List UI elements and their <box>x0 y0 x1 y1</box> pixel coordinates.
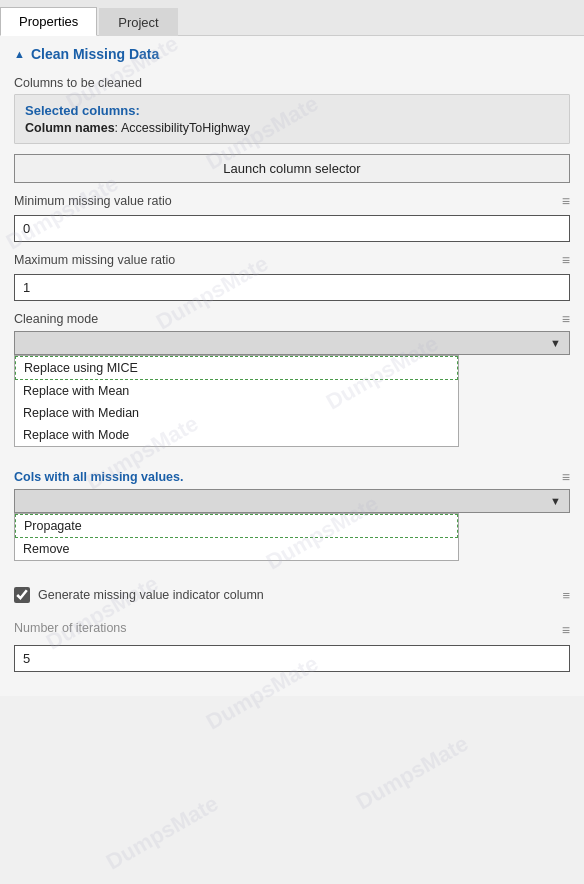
cleaning-mode-label: Cleaning mode ≡ <box>14 311 570 327</box>
section-title: Clean Missing Data <box>31 46 159 62</box>
launch-column-selector-button[interactable]: Launch column selector <box>14 154 570 183</box>
min-missing-menu-icon[interactable]: ≡ <box>562 193 570 209</box>
column-names-label: Column names <box>25 121 115 135</box>
cols-missing-dropdown-arrow-icon: ▼ <box>550 495 561 507</box>
section-header: ▲ Clean Missing Data <box>0 36 584 70</box>
iterations-menu-icon[interactable]: ≡ <box>562 622 570 638</box>
column-names-value: AccessibilityToHighway <box>121 121 250 135</box>
tab-bar: Properties Project <box>0 0 584 36</box>
columns-field-group: Columns to be cleaned Selected columns: … <box>0 70 584 187</box>
iterations-input[interactable] <box>14 645 570 672</box>
cleaning-mode-dropdown-header[interactable]: ▼ <box>14 331 570 355</box>
cols-missing-option-propagate[interactable]: Propagate <box>15 514 458 538</box>
selected-columns-box: Selected columns: Column names: Accessib… <box>14 94 570 144</box>
cleaning-mode-option-median[interactable]: Replace with Median <box>15 402 458 424</box>
cleaning-mode-menu-icon[interactable]: ≡ <box>562 311 570 327</box>
max-missing-label: Maximum missing value ratio ≡ <box>14 252 570 268</box>
cleaning-mode-option-mice[interactable]: Replace using MICE <box>15 356 458 380</box>
cleaning-mode-dropdown-arrow-icon: ▼ <box>550 337 561 349</box>
cols-missing-dropdown-header[interactable]: ▼ <box>14 489 570 513</box>
cleaning-mode-field-group: Cleaning mode ≡ ▼ Replace using MICE Rep… <box>0 305 584 451</box>
cols-missing-option-remove[interactable]: Remove <box>15 538 458 560</box>
max-missing-input[interactable] <box>14 274 570 301</box>
min-missing-field-group: Minimum missing value ratio ≡ <box>0 187 584 246</box>
cols-missing-label: Cols with all missing values. ≡ <box>14 469 570 485</box>
cols-missing-menu-icon[interactable]: ≡ <box>562 469 570 485</box>
cleaning-mode-dropdown-wrap: ▼ Replace using MICE Replace with Mean R… <box>14 331 570 447</box>
min-missing-label: Minimum missing value ratio ≡ <box>14 193 570 209</box>
cols-missing-field-group: Cols with all missing values. ≡ ▼ Propag… <box>0 463 584 565</box>
iterations-field-group: Number of iterations ≡ <box>0 615 584 676</box>
generate-indicator-menu-icon[interactable]: ≡ <box>562 588 570 603</box>
max-missing-field-group: Maximum missing value ratio ≡ <box>0 246 584 305</box>
max-missing-menu-icon[interactable]: ≡ <box>562 252 570 268</box>
tab-properties[interactable]: Properties <box>0 7 97 36</box>
columns-label: Columns to be cleaned <box>14 76 570 90</box>
cols-missing-dropdown-list: Propagate Remove <box>14 513 459 561</box>
cleaning-mode-option-mode[interactable]: Replace with Mode <box>15 424 458 446</box>
generate-indicator-checkbox[interactable] <box>14 587 30 603</box>
selected-columns-value: Column names: AccessibilityToHighway <box>25 121 559 135</box>
main-panel: ▲ Clean Missing Data Columns to be clean… <box>0 36 584 696</box>
min-missing-input[interactable] <box>14 215 570 242</box>
section-arrow-icon: ▲ <box>14 48 25 60</box>
cleaning-mode-option-mean[interactable]: Replace with Mean <box>15 380 458 402</box>
tab-project[interactable]: Project <box>99 8 177 36</box>
cols-missing-dropdown-wrap: ▼ Propagate Remove <box>14 489 570 561</box>
iterations-label: Number of iterations ≡ <box>14 621 570 639</box>
cleaning-mode-dropdown-list: Replace using MICE Replace with Mean Rep… <box>14 355 459 447</box>
generate-indicator-row: Generate missing value indicator column … <box>0 579 584 607</box>
generate-indicator-label: Generate missing value indicator column <box>38 588 264 602</box>
selected-columns-title: Selected columns: <box>25 103 559 118</box>
